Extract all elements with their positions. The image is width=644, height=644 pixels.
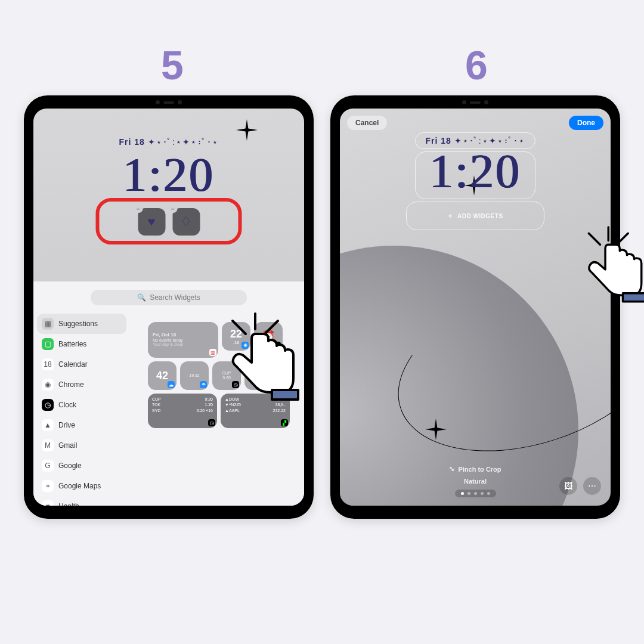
suggestion-grid: Fri, Oct 18 No events today Your day is … <box>130 311 304 506</box>
category-list: ▦Suggestions▢Batteries18Calendar◉Chrome◷… <box>33 311 130 506</box>
chrome-icon: ◉ <box>42 379 54 391</box>
remove-widget-icon[interactable]: − <box>134 205 143 213</box>
clock-icon: ◷ <box>232 381 239 388</box>
health-icon: ♥ <box>42 500 54 506</box>
widget-picker: 🔍 Search Widgets ▦Suggestions▢Batteries1… <box>33 281 304 506</box>
ellipsis-icon: ⋯ <box>588 481 596 491</box>
stock-row: ▼^N22538,9.. <box>225 402 286 407</box>
filter-name: Natural <box>464 478 487 485</box>
lock-clock: 1:20 <box>123 148 215 202</box>
more-button[interactable]: ⋯ <box>583 477 601 495</box>
weather-icon: ☂ <box>200 381 207 388</box>
filter-pager[interactable] <box>455 490 496 497</box>
sidebar-item-label: Batteries <box>58 340 86 348</box>
sidebar-item-drive[interactable]: ▲Drive <box>37 415 126 435</box>
cancel-button[interactable]: Cancel <box>347 116 387 130</box>
lock-clock: 1:20 <box>429 144 521 199</box>
sparkle-icon: ✦ <box>255 370 263 382</box>
sidebar-item-label: Clock <box>58 401 76 409</box>
svg-rect-7 <box>623 293 644 302</box>
ipad-step5: Fri 18 ✦⋆･ﾟ:⋆✦⋆:ﾟ･⋆ 1:20 − ♥ − ♢ 🔍 Searc… <box>24 95 314 519</box>
sidebar-item-label: Chrome <box>58 380 84 389</box>
search-input[interactable]: 🔍 Search Widgets <box>91 290 247 305</box>
diamond-icon: ♢ <box>180 214 192 230</box>
alarm-icon: ⏰ <box>262 330 275 343</box>
sidebar-item-label: Suggestions <box>58 320 98 328</box>
sidebar-item-label: Calendar <box>58 360 88 369</box>
photos-button[interactable]: 🖼 <box>559 477 577 495</box>
sidebar-item-calendar[interactable]: 18Calendar <box>37 354 126 374</box>
stock-row: ▲AAPL232.22 <box>225 408 286 413</box>
ipad-screen-step5: Fri 18 ✦⋆･ﾟ:⋆✦⋆:ﾟ･⋆ 1:20 − ♥ − ♢ 🔍 Searc… <box>33 109 304 506</box>
google-maps-icon: ⌖ <box>42 480 54 492</box>
clock-icon: ◷ <box>42 399 54 411</box>
widget-clock-1932[interactable]: 19:32 ☂ <box>180 361 209 390</box>
calendar-icon: ▥ <box>209 349 216 356</box>
sidebar-item-label: Gmail <box>58 441 77 450</box>
sidebar-item-health[interactable]: ♥Health <box>37 496 126 506</box>
batteries-icon: ▢ <box>42 338 54 350</box>
sidebar-item-chrome[interactable]: ◉Chrome <box>37 374 126 395</box>
stock-row: ▲DOW43,198 <box>225 397 286 402</box>
widget-world-clock[interactable]: CUP9:20TOK1:20SYD3:20 +16◷ <box>148 394 217 428</box>
lock-widget-slot[interactable]: − ♥ − ♢ <box>96 202 242 242</box>
sidebar-item-google[interactable]: GGoogle <box>37 456 126 476</box>
ipad-step6: Cancel Done Fri 18 ✦⋆･ﾟ:⋆✦⋆:ﾟ･⋆ 1:20 ＋ A… <box>330 95 620 519</box>
sidebar-item-label: Google <box>58 462 82 470</box>
sidebar-item-gmail[interactable]: MGmail <box>37 435 126 456</box>
step-number-5: 5 <box>161 42 184 88</box>
clock-icon: ◷ <box>274 342 281 349</box>
add-widgets-button[interactable]: ＋ ADD WIDGETS <box>406 202 544 230</box>
widget-alarm[interactable]: ⏰ ◷ <box>254 322 283 351</box>
sidebar-item-label: Health <box>58 502 79 506</box>
widget-calendar[interactable]: Fri, Oct 18 No events today Your day is … <box>148 322 218 358</box>
ipad-sensors <box>462 100 488 104</box>
calendar-icon: 18 <box>42 358 54 370</box>
drive-icon: ▲ <box>42 419 54 431</box>
weather-icon: ☁ <box>168 381 175 388</box>
pinch-label: Pinch to Crop <box>458 466 501 473</box>
widget-cup-a[interactable]: CUP 9:20 ◷ <box>212 361 241 390</box>
photos-icon: 🖼 <box>564 481 572 491</box>
widget-spark[interactable]: ✦ ♥ <box>244 361 273 390</box>
lock-date-decoration: ✦⋆･ﾟ:⋆✦⋆:ﾟ･⋆ <box>148 137 219 147</box>
sidebar-item-clock[interactable]: ◷Clock <box>37 395 126 415</box>
sparkle-icon <box>236 119 258 141</box>
pinch-to-crop-hint: ⤡ Pinch to Crop <box>449 465 501 473</box>
plus-icon: ＋ <box>447 212 454 220</box>
sidebar-item-label: Drive <box>58 421 75 429</box>
search-placeholder: Search Widgets <box>150 293 200 302</box>
widget-42[interactable]: 42 ☁ <box>148 361 177 390</box>
sidebar-item-suggestions[interactable]: ▦Suggestions <box>37 314 126 334</box>
stocks-icon: ▞ <box>281 419 288 426</box>
search-icon: 🔍 <box>137 293 146 302</box>
crop-icon: ⤡ <box>449 465 454 473</box>
weather-icon: ☀ <box>242 342 249 349</box>
widget-diamond[interactable]: − ♢ <box>172 208 200 236</box>
widget-activity-22[interactable]: 22 -16 ☀ <box>222 322 250 351</box>
health-icon: ♥ <box>264 381 271 388</box>
world-clock-row: SYD3:20 +16 <box>152 408 213 413</box>
google-icon: G <box>42 460 54 472</box>
remove-widget-icon[interactable]: − <box>169 205 177 213</box>
sidebar-item-batteries[interactable]: ▢Batteries <box>37 334 126 354</box>
clock-icon: ◷ <box>208 419 215 426</box>
suggestions-icon: ▦ <box>42 318 54 330</box>
ipad-screen-step6: Cancel Done Fri 18 ✦⋆･ﾟ:⋆✦⋆:ﾟ･⋆ 1:20 ＋ A… <box>340 109 611 506</box>
world-clock-row: CUP9:20 <box>152 397 213 402</box>
widget-stocks[interactable]: ▲DOW43,198▼^N22538,9..▲AAPL232.22▞ <box>221 394 290 428</box>
add-widgets-label: ADD WIDGETS <box>457 213 503 219</box>
world-clock-row: TOK1:20 <box>152 402 213 407</box>
lock-date: Fri 18 ✦⋆･ﾟ:⋆✦⋆:ﾟ･⋆ <box>119 137 218 147</box>
step-number-6: 6 <box>465 42 488 88</box>
heart-icon: ♥ <box>147 214 155 230</box>
done-button[interactable]: Done <box>569 116 603 130</box>
ipad-sensors <box>156 100 182 104</box>
sidebar-item-google-maps[interactable]: ⌖Google Maps <box>37 476 126 496</box>
lock-date-text: Fri 18 <box>119 137 144 147</box>
sidebar-item-label: Google Maps <box>58 482 101 490</box>
gmail-icon: M <box>42 439 54 451</box>
sparkle-icon <box>425 419 447 440</box>
widget-heart[interactable]: − ♥ <box>138 208 165 236</box>
